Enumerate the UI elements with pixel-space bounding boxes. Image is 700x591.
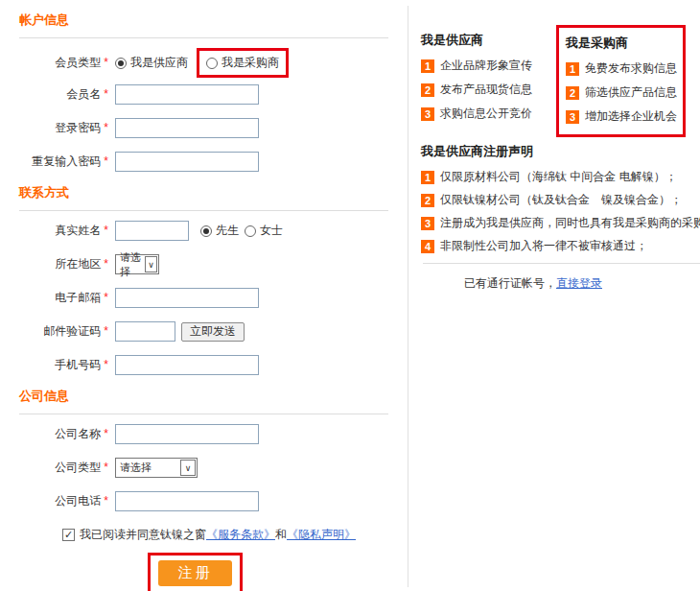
company-type-select-value: 请选择 <box>120 461 152 475</box>
info-panel: 我是供应商 1 企业品牌形象宣传 2 发布产品现货信息 3 求购信息公开竞价 我… <box>408 0 700 292</box>
company-name-label: 公司名称* <box>0 426 115 442</box>
company-type-row: 公司类型* 请选择 ∨ <box>0 458 408 478</box>
section-title-company: 公司信息 <box>19 389 408 404</box>
number-badge: 2 <box>421 83 434 97</box>
real-name-label: 真实姓名* <box>0 223 115 239</box>
number-badge: 3 <box>421 217 434 230</box>
member-type-label-text: 会员类型 <box>55 56 101 69</box>
login-link[interactable]: 直接登录 <box>556 276 602 290</box>
registration-form: 帐户信息 会员类型* 我是供应商 我是采购商 会员名* 登录密码* 重复输入密码… <box>0 0 408 591</box>
role-panels: 我是供应商 1 企业品牌形象宣传 2 发布产品现货信息 3 求购信息公开竞价 我… <box>421 25 700 137</box>
number-badge: 1 <box>421 59 434 73</box>
password-repeat-label: 重复输入密码* <box>0 154 115 170</box>
member-type-label: 会员类型* <box>0 55 115 71</box>
list-item-text: 求购信息公开竞价 <box>440 106 532 122</box>
agree-checkbox[interactable]: ✓ <box>62 529 75 541</box>
buyer-radio[interactable] <box>206 58 218 69</box>
list-item-text: 非限制性公司加入将一律不被审核通过； <box>440 238 647 254</box>
password-row: 登录密码* <box>0 118 408 138</box>
list-item-text: 仅限原材料公司（海绵钛 中间合金 电解镍）； <box>440 169 677 185</box>
supplier-radio-label[interactable]: 我是供应商 <box>130 55 188 71</box>
password-label: 登录密码* <box>0 120 115 136</box>
required-asterisk: * <box>104 121 108 134</box>
required-asterisk: * <box>104 494 108 508</box>
list-item: 3 增加选择企业机会 <box>566 108 677 125</box>
list-item-text: 仅限钛镍材公司（钛及钛合金 镍及镍合金）； <box>440 192 682 208</box>
mobile-input[interactable] <box>115 355 259 375</box>
login-row: 已有通行证帐号，直接登录 <box>464 275 700 292</box>
number-badge: 1 <box>566 62 579 76</box>
horizontal-divider <box>423 263 700 264</box>
supplier-radio[interactable] <box>115 58 127 69</box>
region-label-text: 所在地区 <box>55 257 101 271</box>
region-row: 所在地区* 请选择 ∨ <box>0 254 408 274</box>
password-repeat-input[interactable] <box>115 152 259 172</box>
number-badge: 2 <box>421 194 434 207</box>
password-repeat-row: 重复输入密码* <box>0 152 408 172</box>
send-code-button[interactable]: 立即发送 <box>181 322 245 342</box>
register-highlight-box: 注册 <box>148 553 243 591</box>
region-label: 所在地区* <box>0 256 115 272</box>
email-code-label: 邮件验证码* <box>0 323 115 340</box>
required-asterisk: * <box>104 427 108 440</box>
password-input[interactable] <box>115 118 259 138</box>
real-name-input[interactable] <box>115 221 189 241</box>
gender-male-label[interactable]: 先生 <box>216 223 239 239</box>
terms-link[interactable]: 《服务条款》 <box>206 527 275 543</box>
company-type-label-text: 公司类型 <box>55 461 101 474</box>
email-input[interactable] <box>115 288 259 308</box>
buyer-panel-highlight-box: 我是采购商 1 免费发布求购信息 2 筛选供应产品信息 3 增加选择企业机会 <box>556 25 686 137</box>
check-icon: ✓ <box>64 529 73 541</box>
privacy-link[interactable]: 《隐私声明》 <box>287 527 356 543</box>
declaration-title: 我是供应商注册声明 <box>421 143 700 160</box>
password-label-text: 登录密码 <box>55 121 101 134</box>
password-repeat-label-text: 重复输入密码 <box>32 154 101 168</box>
list-item: 3 求购信息公开竞价 <box>421 106 556 122</box>
list-item: 2 发布产品现货信息 <box>421 82 556 98</box>
email-label: 电子邮箱* <box>0 290 115 306</box>
gender-female-label[interactable]: 女士 <box>260 223 283 239</box>
list-item: 2 仅限钛镍材公司（钛及钛合金 镍及镍合金）； <box>421 192 700 208</box>
list-item: 1 免费发布求购信息 <box>566 60 677 77</box>
company-phone-input[interactable] <box>115 491 259 511</box>
list-item-text: 企业品牌形象宣传 <box>440 58 532 74</box>
required-asterisk: * <box>104 87 108 101</box>
member-name-row: 会员名* <box>0 84 408 105</box>
agreement-conjunction: 和 <box>275 527 287 543</box>
section-divider <box>19 414 388 414</box>
gender-female-radio[interactable] <box>245 225 256 237</box>
list-item: 1 仅限原材料公司（海绵钛 中间合金 电解镍）； <box>421 169 700 185</box>
buyer-radio-label[interactable]: 我是采购商 <box>222 55 279 71</box>
supplier-benefits-panel: 我是供应商 1 企业品牌形象宣传 2 发布产品现货信息 3 求购信息公开竞价 <box>421 25 556 130</box>
company-type-select[interactable]: 请选择 ∨ <box>115 458 198 478</box>
number-badge: 3 <box>566 110 579 124</box>
register-button[interactable]: 注册 <box>158 560 232 586</box>
agreement-row: ✓ 我已阅读并同意钛镍之窗《服务条款》和《隐私声明》 <box>62 527 408 543</box>
region-select[interactable]: 请选择 ∨ <box>115 254 159 274</box>
company-phone-row: 公司电话* <box>0 491 408 511</box>
email-code-input[interactable] <box>115 321 175 342</box>
required-asterisk: * <box>104 56 108 69</box>
mobile-label: 手机号码* <box>0 357 115 373</box>
company-phone-label: 公司电话* <box>0 493 115 509</box>
company-phone-label-text: 公司电话 <box>55 494 101 508</box>
list-item: 4 非限制性公司加入将一律不被审核通过； <box>421 238 700 254</box>
company-name-input[interactable] <box>115 424 259 444</box>
required-asterisk: * <box>104 291 108 304</box>
company-name-row: 公司名称* <box>0 424 408 444</box>
required-asterisk: * <box>104 154 108 168</box>
chevron-down-icon: ∨ <box>180 460 196 476</box>
supplier-panel-title: 我是供应商 <box>421 32 556 49</box>
required-asterisk: * <box>104 224 108 237</box>
agreement-text: 我已阅读并同意钛镍之窗 <box>80 527 206 543</box>
member-name-input[interactable] <box>115 84 259 105</box>
list-item-text: 增加选择企业机会 <box>585 108 677 125</box>
section-title-contact: 联系方式 <box>19 185 408 201</box>
email-label-text: 电子邮箱 <box>55 291 101 304</box>
section-title-account: 帐户信息 <box>19 12 408 28</box>
required-asterisk: * <box>104 461 108 474</box>
gender-male-radio[interactable] <box>200 225 212 237</box>
buyer-panel-title: 我是采购商 <box>566 35 677 52</box>
email-row: 电子邮箱* <box>0 288 408 308</box>
number-badge: 3 <box>421 107 434 121</box>
